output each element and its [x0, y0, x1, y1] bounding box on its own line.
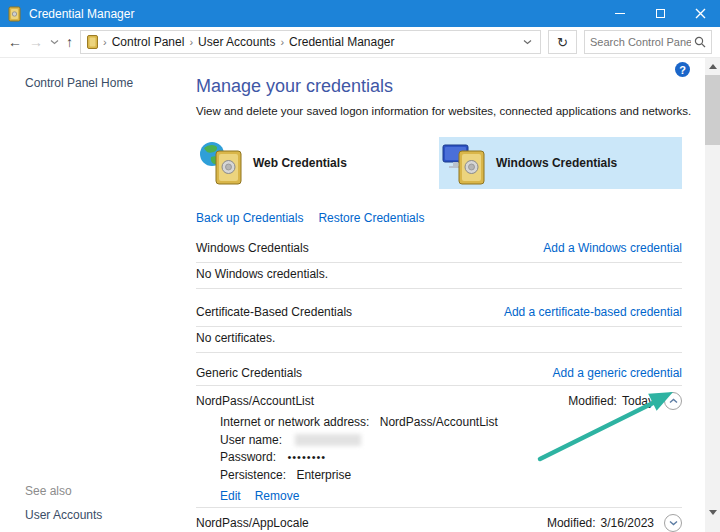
credential-row-nordpass-accountlist[interactable]: NordPass/AccountList Modified: Today — [196, 386, 682, 414]
modified-value: 3/16/2023 — [601, 516, 654, 530]
sidebar-item-control-panel-home[interactable]: Control Panel Home — [25, 76, 133, 90]
backup-credentials-link[interactable]: Back up Credentials — [196, 211, 303, 225]
search-box — [584, 30, 712, 54]
close-button[interactable] — [680, 0, 720, 27]
detail-address: Internet or network address: NordPass/Ac… — [220, 414, 682, 432]
tile-label: Web Credentials — [253, 156, 347, 170]
see-also-group: See also User Accounts — [25, 484, 102, 522]
back-button[interactable]: ← — [8, 35, 22, 49]
detail-persistence: Persistence: Enterprise — [220, 467, 682, 485]
breadcrumb-item-credential-manager[interactable]: Credential Manager — [289, 35, 394, 49]
breadcrumb-separator-icon: › — [189, 36, 193, 48]
modified-label: Modified: — [568, 394, 617, 408]
credential-type-tiles: Web Credentials — [196, 137, 682, 189]
scrollbar-up-button[interactable] — [705, 59, 720, 74]
credential-details: Internet or network address: NordPass/Ac… — [196, 414, 682, 507]
breadcrumb-item-user-accounts[interactable]: User Accounts — [198, 35, 275, 49]
credential-name: NordPass/AppLocale — [196, 516, 547, 530]
minimize-icon — [615, 13, 625, 14]
navigation-bar: ← → ↑ › Control Panel › User Accounts › … — [0, 27, 720, 58]
breadcrumb-separator-icon: › — [103, 36, 107, 48]
section-windows-credentials: Windows Credentials Add a Windows creden… — [196, 241, 682, 263]
scrollbar-down-button[interactable] — [705, 505, 720, 520]
restore-credentials-link[interactable]: Restore Credentials — [318, 211, 424, 225]
address-dropdown-button[interactable] — [521, 39, 534, 45]
minimize-button[interactable] — [600, 0, 640, 27]
breadcrumb-separator-icon: › — [280, 36, 284, 48]
username-redacted-value — [295, 434, 361, 446]
refresh-button[interactable]: ↻ — [548, 30, 577, 54]
address-label: Internet or network address: — [220, 415, 369, 429]
tab-windows-credentials[interactable]: Windows Credentials — [439, 137, 682, 189]
credential-manager-window: Credential Manager ← → ↑ › — [0, 0, 720, 532]
credential-name: NordPass/AccountList — [196, 394, 568, 408]
credential-row-nordpass-applocale[interactable]: NordPass/AppLocale Modified: 3/16/2023 — [196, 508, 682, 532]
collapse-credential-button[interactable] — [664, 392, 682, 410]
section-generic-credentials: Generic Credentials Add a generic creden… — [196, 366, 682, 386]
windows-credentials-empty-text: No Windows credentials. — [196, 263, 682, 289]
credential-modified: Modified: 3/16/2023 — [547, 516, 654, 530]
main-content: Manage your credentials View and delete … — [196, 58, 682, 532]
search-icon — [694, 36, 706, 48]
close-icon — [695, 8, 706, 19]
password-masked-value: •••••••• — [287, 451, 326, 463]
section-certificate-credentials: Certificate-Based Credentials Add a cert… — [196, 305, 682, 327]
tile-label: Windows Credentials — [496, 156, 617, 170]
persistence-label: Persistence: — [220, 468, 286, 482]
page-body: Control Panel Home See also User Account… — [0, 58, 720, 532]
app-icon — [8, 6, 21, 22]
forward-button[interactable]: → — [29, 35, 43, 49]
add-generic-credential-link[interactable]: Add a generic credential — [553, 366, 682, 380]
section-title: Certificate-Based Credentials — [196, 305, 352, 319]
detail-password: Password: •••••••• — [220, 449, 682, 467]
tab-web-credentials[interactable]: Web Credentials — [196, 137, 439, 189]
sidebar-item-user-accounts[interactable]: User Accounts — [25, 508, 102, 522]
chevron-down-icon — [523, 39, 532, 45]
maximize-icon — [656, 9, 665, 18]
edit-credential-link[interactable]: Edit — [220, 489, 241, 503]
username-label: User name: — [220, 433, 282, 447]
page-title: Manage your credentials — [196, 74, 682, 98]
vertical-scrollbar[interactable] — [705, 58, 720, 532]
credential-manager-icon — [87, 35, 98, 49]
page-description: View and delete your saved logon informa… — [196, 104, 682, 119]
password-label: Password: — [220, 450, 276, 464]
breadcrumb[interactable]: › Control Panel › User Accounts › Creden… — [80, 30, 541, 54]
chevron-up-icon — [669, 398, 678, 404]
title-bar: Credential Manager — [0, 0, 720, 27]
modified-value: Today — [622, 394, 654, 408]
triangle-up-icon — [709, 64, 717, 69]
window-controls — [600, 0, 720, 27]
address-value: NordPass/AccountList — [380, 415, 498, 429]
window-title: Credential Manager — [29, 7, 134, 21]
maximize-button[interactable] — [640, 0, 680, 27]
search-input[interactable] — [590, 36, 691, 48]
refresh-icon: ↻ — [557, 35, 568, 50]
chevron-down-icon — [669, 520, 678, 526]
scrollbar-thumb[interactable] — [705, 75, 720, 145]
add-certificate-credential-link[interactable]: Add a certificate-based credential — [504, 305, 682, 319]
windows-credentials-icon — [441, 139, 487, 187]
modified-label: Modified: — [547, 516, 596, 530]
breadcrumb-item-control-panel[interactable]: Control Panel — [112, 35, 185, 49]
detail-username: User name: — [220, 432, 682, 450]
add-windows-credential-link[interactable]: Add a Windows credential — [543, 241, 682, 255]
section-title: Windows Credentials — [196, 241, 309, 255]
web-credentials-icon — [198, 139, 244, 187]
credential-detail-actions: Edit Remove — [220, 489, 682, 503]
persistence-value: Enterprise — [296, 468, 351, 482]
remove-credential-link[interactable]: Remove — [255, 489, 300, 503]
recent-locations-chevron-icon[interactable] — [50, 39, 59, 45]
see-also-heading: See also — [25, 484, 102, 498]
up-button[interactable]: ↑ — [66, 35, 73, 49]
credential-actions: Back up Credentials Restore Credentials — [196, 211, 682, 225]
expand-credential-button[interactable] — [664, 514, 682, 532]
triangle-down-icon — [709, 510, 717, 515]
certificate-credentials-empty-text: No certificates. — [196, 327, 682, 353]
credential-modified: Modified: Today — [568, 394, 654, 408]
section-title: Generic Credentials — [196, 366, 302, 380]
